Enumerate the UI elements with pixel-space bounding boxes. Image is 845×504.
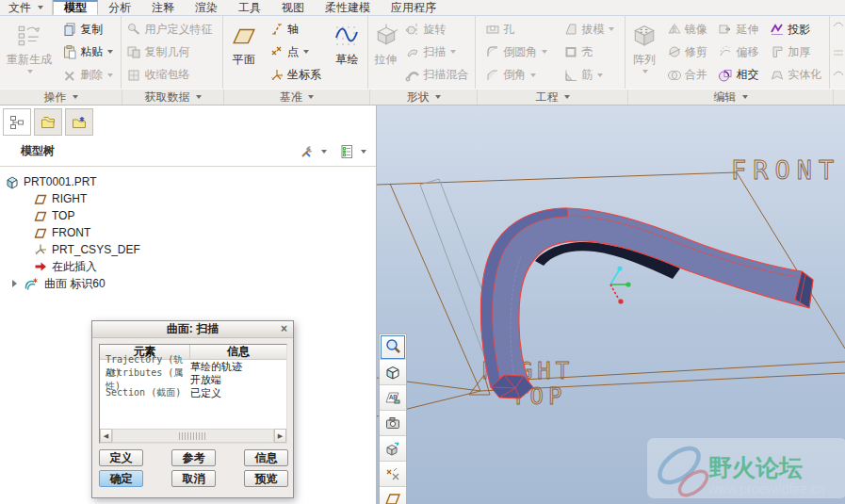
tab-render[interactable]: 渲染	[185, 0, 228, 15]
merge-button[interactable]: 合并	[664, 64, 710, 87]
sweep-surface-icon	[24, 277, 40, 291]
delete-icon	[62, 68, 77, 83]
ribbon-group-get-data: 用户定义特征 复制几何 收缩包络	[122, 16, 223, 89]
project-button[interactable]: 投影	[767, 18, 824, 41]
model-tree-header: 模型树	[0, 137, 376, 167]
view-manager-button[interactable]	[380, 436, 406, 462]
saved-orientations-button[interactable]	[380, 411, 406, 436]
graphics-area[interactable]: FRONT RIGHT TOP	[377, 106, 845, 504]
scrollbar-track[interactable]	[112, 429, 274, 443]
model-tree-tab[interactable]	[3, 108, 31, 136]
chamfer-button[interactable]: 倒角	[482, 64, 550, 87]
group-label-operations[interactable]: 操作	[0, 89, 122, 105]
delete-button[interactable]: 删除	[59, 64, 116, 87]
tree-settings-icon[interactable]	[339, 144, 354, 159]
intersect-button[interactable]: 相交	[715, 64, 761, 87]
revolve-button[interactable]: 旋转	[402, 18, 471, 41]
trim-button[interactable]: 修剪	[664, 41, 710, 63]
draft-button[interactable]: 拔模	[561, 18, 617, 41]
tab-view[interactable]: 视图	[271, 0, 315, 15]
view-cube-arrows-icon	[384, 440, 401, 457]
chamfer-icon	[485, 68, 500, 83]
table-row[interactable]: Section (截面) 已定义	[100, 386, 286, 399]
copy-geometry-button[interactable]: 复制几何	[123, 41, 220, 63]
annotation-display-button[interactable]: AB	[380, 385, 406, 411]
cancel-button[interactable]: 取消	[171, 470, 216, 487]
tree-item-right-plane[interactable]: RIGHT	[0, 190, 376, 207]
tab-annotate[interactable]: 注释	[141, 0, 185, 15]
dialog-titlebar[interactable]: 曲面: 扫描 ×	[92, 321, 293, 338]
copy-button[interactable]: 复制	[59, 18, 116, 41]
caret-down-icon	[742, 95, 748, 99]
tab-tools[interactable]: 工具	[228, 0, 271, 15]
group-label-engineering[interactable]: 工程	[478, 89, 628, 105]
csys-icon	[269, 68, 284, 83]
ok-button[interactable]: 确定	[99, 470, 143, 487]
tree-item-front-plane[interactable]: FRONT	[0, 224, 376, 241]
round-button[interactable]: 倒圆角	[482, 41, 550, 63]
group-label-datum[interactable]: 基准	[224, 89, 370, 105]
datum-display-button[interactable]	[380, 462, 406, 487]
define-button[interactable]: 定义	[99, 449, 143, 466]
sweep-button[interactable]: 扫描	[402, 41, 471, 63]
datum-axis-button[interactable]: 轴	[267, 18, 324, 41]
tree-item-sweep-surface[interactable]: 曲面 标识60	[0, 275, 376, 292]
regenerate-button[interactable]: 重新生成	[5, 17, 54, 88]
folder-browser-tab[interactable]	[34, 108, 62, 136]
plane-display-icon	[384, 491, 401, 504]
plane-icon	[232, 22, 256, 50]
close-icon[interactable]: ×	[281, 322, 287, 335]
zoom-in-button[interactable]	[380, 334, 406, 360]
mirror-button[interactable]: 镜像	[664, 18, 710, 41]
references-button[interactable]: 参考	[171, 449, 216, 466]
plane-display-button[interactable]	[380, 487, 406, 504]
datum-plane-button[interactable]: 平面	[230, 17, 258, 88]
engineering-column-2: 拔模 壳 筋	[561, 17, 617, 88]
tree-item-insert-here[interactable]: 在此插入	[0, 258, 376, 275]
tab-flexible-modeling[interactable]: 柔性建模	[315, 0, 381, 15]
tree-item-part[interactable]: PRT0001.PRT	[0, 173, 376, 190]
tab-applications[interactable]: 应用程序	[381, 0, 447, 15]
extrude-button[interactable]: 拉伸	[372, 17, 400, 88]
scroll-right-icon[interactable]: ▶	[274, 429, 286, 443]
pattern-button[interactable]: 阵列	[630, 17, 658, 88]
expand-arrow-icon[interactable]	[12, 280, 17, 287]
tab-model[interactable]: 模型	[53, 0, 98, 15]
triad-z-axis	[617, 266, 622, 270]
project-icon	[770, 22, 785, 37]
3d-scene[interactable]: FRONT RIGHT TOP	[377, 106, 845, 504]
datum-point-button[interactable]: 点	[267, 41, 324, 63]
scrollbar-thumb[interactable]	[179, 432, 207, 440]
udf-button[interactable]: 用户定义特征	[123, 18, 220, 41]
datum-csys-button[interactable]: 坐标系	[267, 64, 324, 87]
pattern-icon	[632, 22, 657, 50]
round-icon	[485, 44, 500, 59]
display-style-button[interactable]	[380, 360, 406, 385]
tree-item-top-plane[interactable]: TOP	[0, 207, 376, 224]
scroll-left-icon[interactable]: ◀	[100, 429, 112, 443]
extend-button[interactable]: 延伸	[715, 18, 761, 41]
paste-button[interactable]: 粘贴	[59, 41, 116, 63]
tree-tools-icon[interactable]	[299, 144, 315, 159]
caret-down-icon[interactable]	[321, 150, 327, 154]
caret-down-icon[interactable]	[361, 150, 366, 154]
info-button[interactable]: 信息	[244, 449, 288, 466]
sketch-button[interactable]: 草绘	[333, 17, 361, 88]
group-label-shapes[interactable]: 形状	[370, 89, 478, 105]
table-row[interactable]: Attributes (属性) 开放端	[100, 373, 286, 386]
rib-button[interactable]: 筋	[561, 64, 617, 87]
shrinkwrap-button[interactable]: 收缩包络	[123, 64, 220, 87]
swept-blend-button[interactable]: 扫描混合	[402, 64, 471, 87]
shell-button[interactable]: 壳	[561, 41, 617, 63]
favorites-tab[interactable]	[65, 108, 93, 136]
group-label-get-data[interactable]: 获取数据	[122, 89, 224, 105]
thicken-button[interactable]: 加厚	[767, 41, 824, 63]
tab-file[interactable]: 文件	[0, 0, 53, 15]
offset-button[interactable]: 偏移	[715, 41, 761, 63]
solidify-button[interactable]: 实体化	[767, 64, 824, 87]
group-label-editing[interactable]: 编辑	[628, 89, 834, 105]
tab-analysis[interactable]: 分析	[98, 0, 141, 15]
hole-button[interactable]: 孔	[482, 18, 550, 41]
preview-button[interactable]: 预览	[244, 470, 288, 487]
tree-item-csys[interactable]: PRT_CSYS_DEF	[0, 241, 376, 258]
